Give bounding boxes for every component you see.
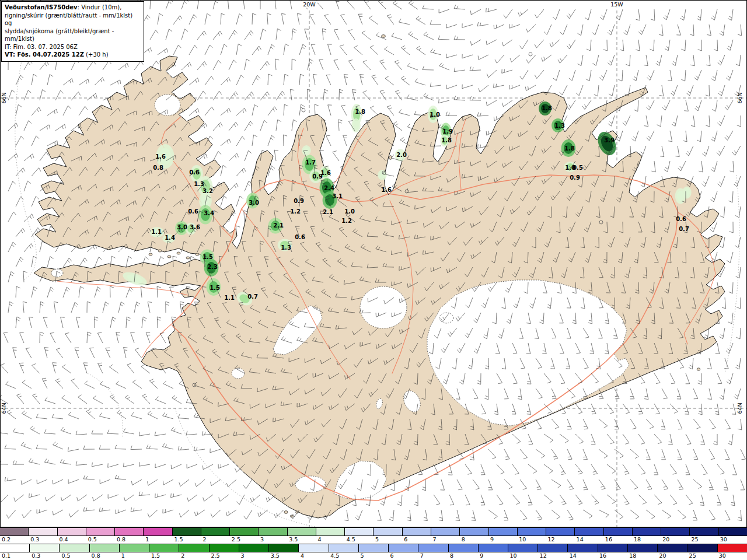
colorbar-tick-label: 3: [241, 552, 245, 559]
precip-value-label: 0.7: [679, 226, 689, 232]
colorbar-tick-label: 3.5: [289, 536, 298, 543]
colorbar-segment: [86, 528, 114, 536]
parameter-label: : Vindur (10m),: [78, 4, 122, 10]
precip-value-label: 2.1: [273, 222, 284, 229]
latitude-label: 66N: [1, 92, 7, 103]
colorbar-segment: [358, 544, 388, 552]
precip-value-label: 0.6: [676, 216, 686, 222]
colorbar-tick-label: 2: [203, 536, 207, 543]
precip-value-label: 0.8: [153, 164, 163, 171]
precip-value-label: 1.6: [155, 153, 166, 160]
colorbar-tick-label: 14: [577, 536, 584, 543]
precip-value-label: 2.0: [396, 152, 407, 158]
latitude-label: 64N: [736, 402, 743, 414]
title-line-3: slydda/snjókoma (grátt/bleikt/grænt - mm…: [5, 27, 140, 43]
latitude-label: 64N: [1, 402, 7, 414]
precip-value-label: 1.0: [344, 208, 355, 215]
colorbar-segment: [298, 544, 328, 552]
colorbar-tick-label: 14: [570, 552, 577, 559]
colorbar-segment: [388, 544, 418, 552]
colorbar-segment: [488, 528, 517, 536]
colorbar-segment: [57, 528, 86, 536]
colorbar-segment: [687, 544, 717, 552]
colorbar-segment: [143, 528, 172, 536]
precip-cell: [684, 188, 690, 197]
precip-value-label: 1.6: [320, 170, 331, 176]
colorbar-segment: [448, 544, 478, 552]
colorbar-tick-label: 0.4: [59, 536, 68, 543]
colorbar-segment: [29, 544, 59, 552]
precip-value-label: 0.9: [570, 174, 580, 181]
colorbar-tick-label: 8: [462, 536, 465, 543]
colorbar-segment: [329, 544, 358, 552]
precip-value-label: 3.1: [332, 193, 343, 200]
colorbar-tick-label: 4: [318, 536, 322, 543]
colorbar-tick-label: 3.5: [271, 552, 280, 559]
colorbar-segment: [119, 544, 149, 552]
colorbar-segment: [258, 528, 287, 536]
colorbar-tick-label: 4.5: [347, 536, 355, 543]
colorbar-tick-label: 5: [375, 536, 379, 543]
precip-value-label: 1.6: [381, 187, 392, 193]
precip-value-label: 0.7: [247, 293, 258, 300]
colorbar-segment: [537, 544, 567, 552]
colorbar-tick-label: 4.5: [330, 552, 339, 559]
colorbar-segment: [209, 544, 239, 552]
colorbar-tick-label: 1.5: [151, 552, 160, 559]
colorbar-segment: [316, 528, 344, 536]
colorbar-segment: [149, 544, 179, 552]
colorbar-tick-label: 18: [634, 536, 641, 543]
rain-colorbar-labels: 0.10.30.50.811.522.533.544.5567891012141…: [0, 552, 747, 560]
colorbar-tick-label: 7: [432, 536, 436, 543]
colorbar-tick-label: 2: [181, 552, 184, 559]
precip-value-label: 2.3: [207, 264, 218, 270]
title-box: Veðurstofan/IS750dev: Vindur (10m), rign…: [1, 1, 144, 62]
glacier-tungnafellsjokull: [439, 313, 453, 323]
colorbar-tick-label: 20: [662, 536, 669, 543]
colorbar-segment: [598, 544, 627, 552]
colorbar-segment: [201, 528, 229, 536]
colorbar-segment: [418, 544, 448, 552]
precip-value-label: 1.8: [441, 137, 452, 144]
colorbar-segment: [718, 528, 747, 536]
precip-value-label: 1.1: [151, 229, 162, 235]
colorbar-segment: [268, 544, 298, 552]
valid-time-offset: (+30 h): [84, 51, 109, 58]
colorbar-segment: [402, 528, 431, 536]
title-line-1: Veðurstofan/IS750dev: Vindur (10m),: [5, 4, 140, 12]
precip-value-label: 1.8: [355, 108, 365, 115]
colorbar-segment: [459, 528, 488, 536]
colorbar-tick-label: 0.5: [61, 552, 70, 559]
colorbar-tick-label: 10: [519, 536, 526, 543]
colorbar-segment: [567, 544, 597, 552]
colorbar-segment: [0, 528, 28, 536]
precip-value-label: 3.6: [190, 224, 200, 230]
colorbar-tick-label: 1.5: [174, 536, 183, 543]
precip-value-label: 1.3: [281, 244, 291, 251]
colorbar-segment: [657, 544, 687, 552]
colorbar-tick-label: 9: [490, 536, 494, 543]
colorbar-segment: [28, 528, 57, 536]
precip-value-label: 1.3: [554, 123, 565, 129]
colorbar-segment: [373, 528, 402, 536]
precip-value-label: 3.9: [604, 137, 615, 144]
colorbar-tick-label: 6: [404, 536, 407, 543]
colorbar-segment: [239, 544, 268, 552]
colorbar-segment: [431, 528, 459, 536]
precip-value-label: 3.2: [203, 188, 213, 194]
colorbar-segment: [632, 528, 661, 536]
colorbar-segment: [627, 544, 657, 552]
colorbar-segment: [546, 528, 574, 536]
colorbar-segment: [517, 528, 546, 536]
colorbar-tick-label: 0.5: [88, 536, 97, 543]
valid-time-label: VT: Fös. 04.07.2025 12Z (+30 h): [5, 51, 140, 59]
colorbar-tick-label: 0.8: [92, 552, 100, 559]
weather-map-page: { "title_box": { "line1_bold": "Veðursto…: [0, 0, 747, 560]
colorbar-segment: [172, 528, 201, 536]
colorbar-segment: [229, 528, 258, 536]
title-line-2: rigning/skúrir (grænt/blátt/rautt - mm/1…: [5, 12, 140, 27]
precip-cell: [353, 121, 359, 130]
colorbar-tick-label: 30: [720, 536, 727, 543]
colorbar-segment: [478, 544, 508, 552]
precip-value-label: 1.7: [305, 159, 316, 166]
